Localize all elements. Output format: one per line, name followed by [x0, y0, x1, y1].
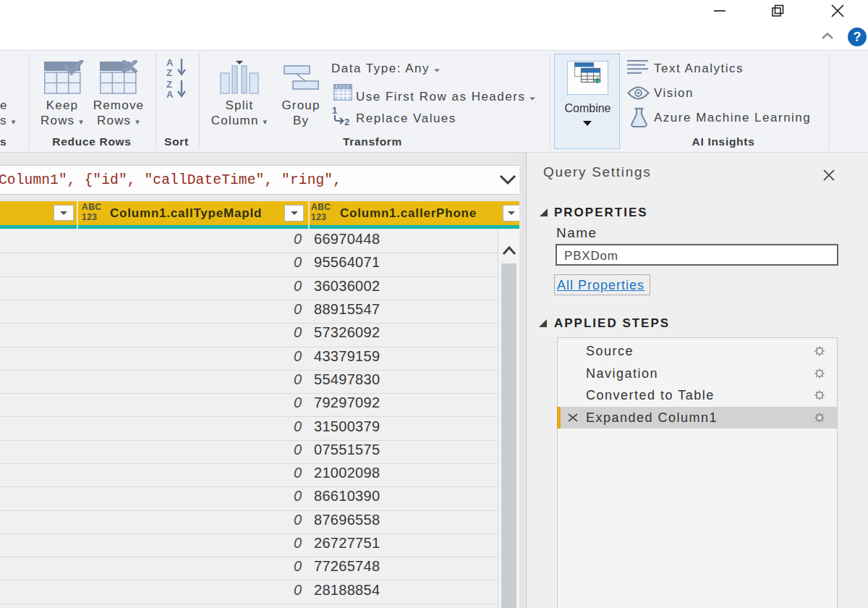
svg-text:A: A — [166, 89, 174, 98]
svg-text:Z: Z — [166, 79, 172, 90]
svg-text:A: A — [166, 57, 174, 68]
svg-text:Z: Z — [166, 67, 172, 77]
svg-text:2: 2 — [344, 117, 349, 126]
svg-text:1: 1 — [332, 106, 337, 116]
